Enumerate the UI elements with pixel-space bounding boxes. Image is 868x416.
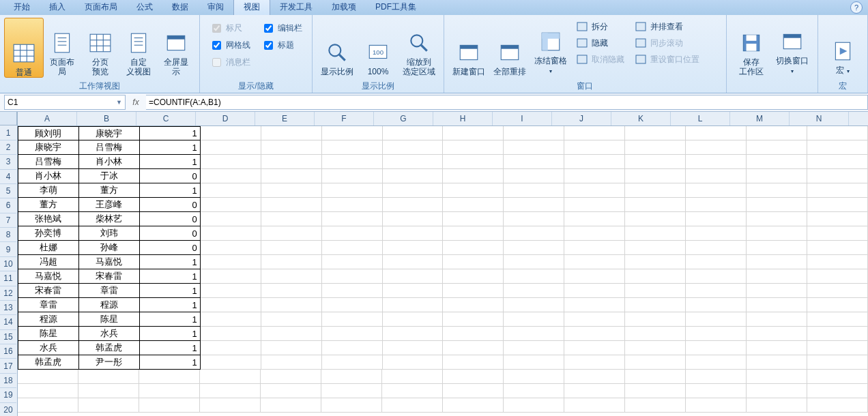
tab-7[interactable]: 开发工具 <box>270 0 322 15</box>
cell-E11[interactable] <box>261 269 322 284</box>
cell-H17[interactable] <box>443 355 504 370</box>
cell-E7[interactable] <box>261 212 322 226</box>
row-header-16[interactable]: 16 <box>0 344 16 359</box>
cell-C12[interactable]: 1 <box>140 284 201 298</box>
cell-B13[interactable]: 程源 <box>79 298 140 312</box>
cell-N4[interactable] <box>807 169 868 183</box>
cell-G12[interactable] <box>383 284 444 298</box>
cell-I12[interactable] <box>504 284 564 298</box>
cell-L8[interactable] <box>686 226 747 241</box>
cell-M17[interactable] <box>747 355 807 370</box>
cell-M1[interactable] <box>747 126 807 140</box>
cell-N6[interactable] <box>807 198 868 212</box>
cell-C10[interactable]: 1 <box>140 255 201 269</box>
chk-formulabar[interactable]: 编辑栏 <box>261 22 302 35</box>
row-header-13[interactable]: 13 <box>0 301 16 315</box>
cell-H12[interactable] <box>443 284 504 298</box>
cell-C15[interactable]: 1 <box>140 327 201 341</box>
cell-J20[interactable] <box>564 398 625 413</box>
cell-A14[interactable]: 程源 <box>18 312 79 327</box>
cell-N16[interactable] <box>807 341 868 355</box>
row-header-6[interactable]: 6 <box>0 198 16 213</box>
cell-C20[interactable] <box>139 398 200 413</box>
cell-B5[interactable]: 董方 <box>79 183 140 198</box>
cell-H16[interactable] <box>443 341 504 355</box>
cell-B9[interactable]: 孙峰 <box>79 241 140 255</box>
cell-G4[interactable] <box>383 169 444 183</box>
cell-E20[interactable] <box>261 398 321 413</box>
tab-1[interactable]: 插入 <box>40 0 75 15</box>
cell-H19[interactable] <box>443 384 504 398</box>
cell-L17[interactable] <box>686 355 747 370</box>
cell-H10[interactable] <box>443 255 504 269</box>
cell-L10[interactable] <box>686 255 747 269</box>
col-header-F[interactable]: F <box>315 112 374 125</box>
winopt-1[interactable]: 隐藏 <box>574 35 627 50</box>
cell-F1[interactable] <box>322 126 383 140</box>
cell-B10[interactable]: 马嘉悦 <box>79 255 140 269</box>
cell-H15[interactable] <box>443 327 504 341</box>
col-header-A[interactable]: A <box>18 112 77 125</box>
view-btn-3[interactable]: 自定义视图 <box>119 18 158 76</box>
tab-4[interactable]: 数据 <box>162 0 198 15</box>
cell-K13[interactable] <box>625 298 686 312</box>
cell-I19[interactable] <box>504 384 564 398</box>
cell-L20[interactable] <box>686 398 747 413</box>
cell-B2[interactable]: 吕雪梅 <box>79 140 140 155</box>
cell-I18[interactable] <box>504 370 564 384</box>
col-header-D[interactable]: D <box>196 112 255 125</box>
tab-9[interactable]: PDF工具集 <box>366 0 426 15</box>
cell-M14[interactable] <box>747 312 807 327</box>
cell-I15[interactable] <box>504 327 564 341</box>
row-header-3[interactable]: 3 <box>0 155 16 169</box>
cell-C9[interactable]: 0 <box>140 241 201 255</box>
row-header-9[interactable]: 9 <box>0 242 16 256</box>
cell-F19[interactable] <box>321 384 382 398</box>
cell-C5[interactable]: 1 <box>140 183 201 198</box>
cell-F14[interactable] <box>322 312 383 327</box>
cell-C1[interactable]: 1 <box>140 126 201 140</box>
cell-I13[interactable] <box>504 298 564 312</box>
winopt-0[interactable]: 拆分 <box>574 19 627 34</box>
cell-J3[interactable] <box>564 155 625 169</box>
cell-C3[interactable]: 1 <box>140 155 201 169</box>
cell-D5[interactable] <box>201 183 261 198</box>
cell-G5[interactable] <box>383 183 444 198</box>
cell-K15[interactable] <box>625 327 686 341</box>
cell-G14[interactable] <box>383 312 444 327</box>
col-header-I[interactable]: I <box>493 112 552 125</box>
chevron-down-icon[interactable]: ▼ <box>116 99 122 106</box>
col-header-G[interactable]: G <box>374 112 433 125</box>
cell-B17[interactable]: 尹一彤 <box>79 355 140 370</box>
cell-B7[interactable]: 柴林艺 <box>79 212 140 226</box>
cell-K17[interactable] <box>625 355 686 370</box>
cell-D9[interactable] <box>201 241 261 255</box>
cell-F11[interactable] <box>322 269 383 284</box>
cell-E9[interactable] <box>261 241 322 255</box>
cell-I17[interactable] <box>504 355 564 370</box>
cell-D3[interactable] <box>201 155 261 169</box>
cell-K9[interactable] <box>625 241 686 255</box>
cell-M6[interactable] <box>747 198 807 212</box>
name-box[interactable]: C1 ▼ <box>4 95 126 110</box>
cell-G11[interactable] <box>383 269 444 284</box>
cell-L18[interactable] <box>686 370 747 384</box>
cell-C17[interactable]: 1 <box>140 355 201 370</box>
col-header-J[interactable]: J <box>552 112 611 125</box>
cell-A13[interactable]: 章雷 <box>18 298 79 312</box>
cell-N18[interactable] <box>807 370 868 384</box>
row-header-12[interactable]: 12 <box>0 286 16 301</box>
cell-F13[interactable] <box>322 298 383 312</box>
cell-B18[interactable] <box>78 370 139 384</box>
cell-F7[interactable] <box>322 212 383 226</box>
cell-N14[interactable] <box>807 312 868 327</box>
cell-M3[interactable] <box>747 155 807 169</box>
cell-F10[interactable] <box>322 255 383 269</box>
cell-K20[interactable] <box>625 398 686 413</box>
switch-window[interactable]: 切换窗口 ▾ <box>772 18 813 76</box>
col-header-H[interactable]: H <box>433 112 493 125</box>
cell-A4[interactable]: 肖小林 <box>18 169 79 183</box>
cell-E1[interactable] <box>261 126 322 140</box>
cell-F12[interactable] <box>322 284 383 298</box>
cell-I14[interactable] <box>504 312 564 327</box>
